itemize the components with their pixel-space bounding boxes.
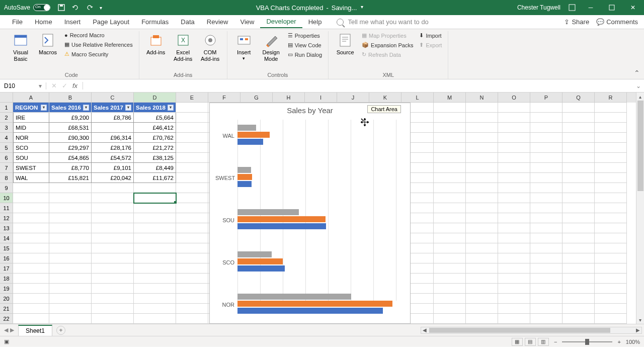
cell[interactable]: [530, 274, 562, 284]
cell[interactable]: [562, 163, 595, 173]
cell[interactable]: [595, 233, 627, 243]
row-header[interactable]: 4: [0, 133, 13, 143]
enter-formula-icon[interactable]: ✓: [62, 82, 67, 89]
filter-icon[interactable]: ▾: [41, 105, 47, 111]
record-macro-status-icon[interactable]: ▣: [4, 338, 9, 345]
com-addins-button[interactable]: COM Add-ins: [198, 31, 223, 63]
col-header-N[interactable]: N: [466, 93, 498, 103]
cell[interactable]: [176, 263, 208, 274]
cell[interactable]: [498, 294, 530, 304]
scroll-right-icon[interactable]: ▶: [634, 327, 641, 333]
cell[interactable]: [466, 213, 498, 223]
cell[interactable]: [530, 243, 562, 253]
bar[interactable]: [237, 294, 351, 300]
filter-icon[interactable]: ▾: [125, 105, 131, 111]
cell[interactable]: [466, 183, 498, 193]
cell[interactable]: [92, 233, 134, 243]
cell[interactable]: £96,314: [92, 133, 134, 143]
cell[interactable]: [498, 274, 530, 284]
cell[interactable]: [49, 263, 92, 274]
cell[interactable]: [176, 113, 208, 123]
cell[interactable]: REGION▾: [13, 103, 49, 113]
cell[interactable]: [562, 123, 595, 133]
cell[interactable]: [434, 143, 466, 153]
bar[interactable]: [237, 181, 252, 187]
cell[interactable]: [562, 203, 595, 213]
cell[interactable]: £38,125: [134, 153, 176, 163]
cell[interactable]: [466, 253, 498, 263]
cell[interactable]: £15,821: [49, 173, 92, 183]
cell[interactable]: [134, 183, 176, 193]
cell[interactable]: [176, 274, 208, 284]
row-header[interactable]: 1: [0, 103, 13, 113]
cell[interactable]: [562, 314, 595, 324]
cell[interactable]: [49, 284, 92, 294]
row-header[interactable]: 2: [0, 113, 13, 123]
select-all-corner[interactable]: [0, 93, 13, 103]
cell[interactable]: [466, 143, 498, 153]
cell[interactable]: [434, 223, 466, 233]
cell[interactable]: [530, 213, 562, 223]
row-header[interactable]: 22: [0, 314, 13, 324]
scroll-left-icon[interactable]: ◀: [421, 327, 428, 333]
grid[interactable]: A B C D E F G H I J K L M N O P Q R 1REG…: [0, 93, 636, 324]
macros-button[interactable]: Macros: [35, 31, 60, 57]
comments-button[interactable]: 💬Comments: [596, 18, 638, 26]
cell[interactable]: [434, 253, 466, 263]
bar[interactable]: [237, 258, 283, 264]
cell[interactable]: [176, 193, 208, 203]
cell[interactable]: £28,176: [92, 143, 134, 153]
scroll-down-icon[interactable]: ▾: [636, 316, 644, 324]
cell[interactable]: [434, 294, 466, 304]
cell[interactable]: [466, 233, 498, 243]
cell[interactable]: [49, 233, 92, 243]
cell[interactable]: [134, 203, 176, 213]
import-button[interactable]: ⬇Import: [417, 31, 444, 40]
collapse-ribbon-button[interactable]: ⌃: [634, 69, 640, 77]
cell[interactable]: [92, 274, 134, 284]
cell[interactable]: [498, 314, 530, 324]
cell[interactable]: [595, 163, 627, 173]
cell[interactable]: [466, 193, 498, 203]
cell[interactable]: [562, 213, 595, 223]
cell[interactable]: [92, 203, 134, 213]
cell[interactable]: [466, 294, 498, 304]
cell[interactable]: £21,272: [134, 143, 176, 153]
cell[interactable]: £68,531: [49, 123, 92, 133]
cell[interactable]: [498, 143, 530, 153]
cell[interactable]: £8,449: [134, 163, 176, 173]
user-name[interactable]: Chester Tugwell: [517, 4, 560, 11]
tab-page-layout[interactable]: Page Layout: [87, 16, 135, 28]
cell[interactable]: [176, 183, 208, 193]
cell[interactable]: [13, 193, 49, 203]
col-header-R[interactable]: R: [595, 93, 627, 103]
horizontal-scrollbar[interactable]: ◀ ▶: [421, 327, 642, 334]
filter-icon[interactable]: ▾: [83, 105, 89, 111]
bar[interactable]: [237, 308, 383, 314]
cell[interactable]: [530, 173, 562, 183]
cell[interactable]: [466, 153, 498, 163]
cell[interactable]: [134, 314, 176, 324]
cell[interactable]: [498, 223, 530, 233]
cell[interactable]: [49, 253, 92, 263]
cell[interactable]: [13, 284, 49, 294]
cell[interactable]: [134, 243, 176, 253]
cell[interactable]: £20,042: [92, 173, 134, 183]
cell[interactable]: [530, 223, 562, 233]
cell[interactable]: Sales 2016▾: [49, 103, 92, 113]
page-break-view-button[interactable]: ▥: [538, 338, 549, 346]
cell[interactable]: [466, 113, 498, 123]
cell[interactable]: [466, 243, 498, 253]
cell[interactable]: [498, 113, 530, 123]
cell[interactable]: [176, 173, 208, 183]
cell[interactable]: [434, 213, 466, 223]
page-layout-view-button[interactable]: ▤: [525, 338, 536, 346]
cell[interactable]: [530, 233, 562, 243]
cell[interactable]: [49, 304, 92, 314]
bar[interactable]: [237, 174, 252, 180]
cell[interactable]: [49, 274, 92, 284]
normal-view-button[interactable]: ▦: [512, 338, 523, 346]
cell[interactable]: [176, 133, 208, 143]
cell[interactable]: [434, 113, 466, 123]
cell[interactable]: [13, 213, 49, 223]
